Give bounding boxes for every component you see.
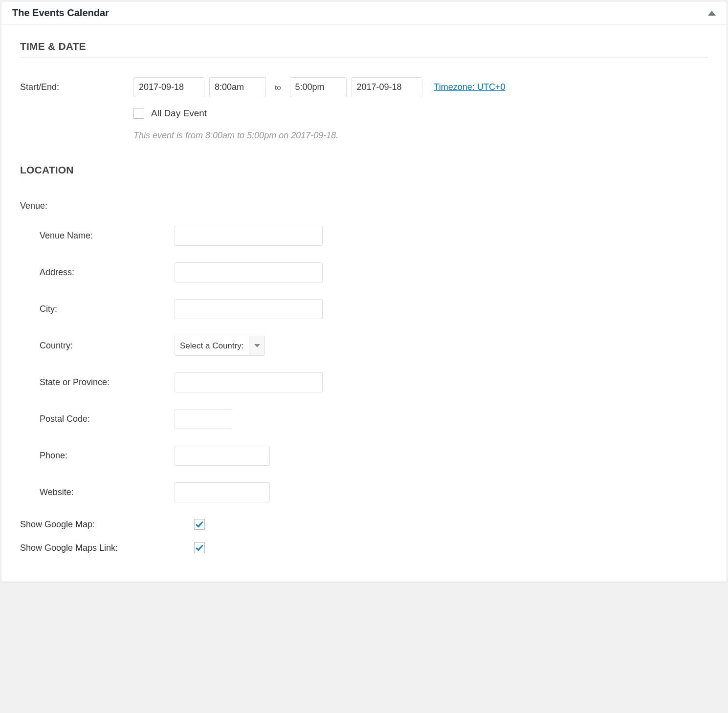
- postal-input[interactable]: [175, 409, 232, 429]
- event-summary: This event is from 8:00am to 5:00pm on 2…: [133, 130, 708, 141]
- venue-name-label: Venue Name:: [20, 231, 175, 241]
- country-row: Country: Select a Country:: [20, 336, 708, 356]
- state-label: State or Province:: [20, 377, 175, 388]
- show-map-label: Show Google Map:: [20, 519, 194, 530]
- website-input[interactable]: [175, 482, 270, 502]
- address-label: Address:: [20, 267, 175, 278]
- venue-name-input[interactable]: [175, 226, 323, 246]
- time-date-heading: TIME & DATE: [20, 41, 708, 58]
- city-row: City:: [20, 299, 708, 319]
- show-map-row: Show Google Map:: [20, 519, 708, 530]
- time-group: to Timezone: UTC+0: [133, 77, 505, 97]
- events-calendar-metabox: The Events Calendar TIME & DATE Start/En…: [1, 1, 727, 582]
- address-row: Address:: [20, 262, 708, 282]
- phone-input[interactable]: [175, 446, 270, 466]
- location-heading: LOCATION: [20, 164, 708, 181]
- show-map-link-label: Show Google Maps Link:: [20, 543, 194, 553]
- venue-name-row: Venue Name:: [20, 226, 708, 246]
- country-select-value: Select a Country:: [175, 336, 249, 355]
- start-date-input[interactable]: [133, 77, 204, 97]
- website-row: Website:: [20, 482, 708, 502]
- all-day-row: All Day Event: [133, 108, 708, 119]
- show-map-checkbox[interactable]: [194, 519, 205, 530]
- city-label: City:: [20, 304, 175, 314]
- address-input[interactable]: [175, 262, 323, 282]
- city-input[interactable]: [175, 299, 323, 319]
- metabox-header: The Events Calendar: [1, 1, 727, 25]
- show-map-link-checkbox[interactable]: [194, 542, 205, 553]
- postal-label: Postal Code:: [20, 414, 175, 424]
- end-time-input[interactable]: [290, 77, 347, 97]
- to-separator: to: [271, 83, 285, 91]
- state-input[interactable]: [175, 372, 323, 392]
- collapse-icon[interactable]: [708, 11, 716, 16]
- chevron-down-icon: [249, 336, 265, 355]
- all-day-label: All Day Event: [151, 108, 207, 119]
- start-end-label: Start/End:: [20, 82, 133, 92]
- phone-row: Phone:: [20, 446, 708, 466]
- end-date-input[interactable]: [352, 77, 422, 97]
- state-row: State or Province:: [20, 372, 708, 392]
- venue-label: Venue:: [20, 201, 708, 211]
- website-label: Website:: [20, 487, 175, 497]
- postal-row: Postal Code:: [20, 409, 708, 429]
- metabox-title: The Events Calendar: [12, 7, 109, 19]
- show-map-link-row: Show Google Maps Link:: [20, 542, 708, 553]
- venue-fields: Venue Name: Address: City: Country: Sele…: [20, 226, 708, 553]
- all-day-checkbox[interactable]: [133, 108, 144, 119]
- start-end-row: Start/End: to Timezone: UTC+0: [20, 77, 708, 97]
- metabox-body: TIME & DATE Start/End: to Timezone: UTC+…: [1, 25, 727, 582]
- timezone-link[interactable]: Timezone: UTC+0: [434, 82, 506, 92]
- start-time-input[interactable]: [209, 77, 266, 97]
- phone-label: Phone:: [20, 451, 175, 461]
- country-select[interactable]: Select a Country:: [175, 336, 265, 356]
- country-label: Country:: [20, 341, 175, 351]
